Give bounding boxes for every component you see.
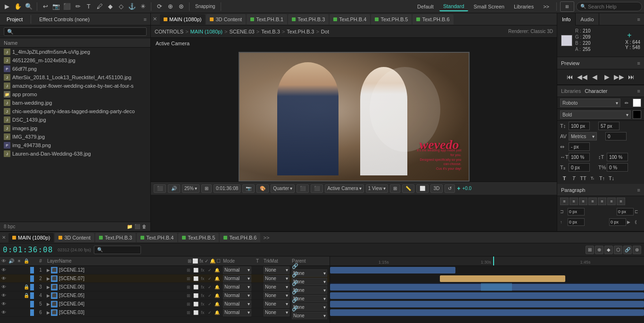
sw-2[interactable]: ⬜	[192, 267, 199, 273]
scale-v-input[interactable]	[607, 153, 628, 161]
project-search-input[interactable]	[4, 27, 147, 36]
sw-3[interactable]: fx	[199, 267, 206, 273]
layer-expand[interactable]: ▶	[45, 310, 51, 315]
sw-3[interactable]: fx	[199, 301, 206, 307]
tl-icon-5[interactable]: 🔗	[623, 246, 632, 254]
workspace-libraries[interactable]: Libraries	[510, 2, 537, 11]
panel-menu-icon[interactable]: ≡	[144, 17, 147, 22]
sw-5[interactable]: 🔔	[214, 292, 220, 299]
audio-icon[interactable]: 🔊	[8, 310, 15, 315]
file-item[interactable]: JDSC_1439.jpg	[0, 116, 150, 124]
layer-search-input[interactable]	[94, 246, 141, 254]
layer-row[interactable]: 👁 🔊 ☀ 🔒 4 ▶ ⬛ [SCENE.05] ⊞ ⬜ fx ✓ 🔔 Norm…	[0, 291, 330, 300]
comp-tab[interactable]: Text.PH.B.5	[371, 14, 412, 25]
sw-4[interactable]: ✓	[206, 292, 213, 299]
timeline-track[interactable]	[330, 274, 644, 283]
trackmat-dropdown[interactable]: None▾	[264, 292, 289, 299]
prev-frame-btn[interactable]: ◀◀	[578, 72, 587, 82]
audio-icon[interactable]: 🔊	[8, 267, 15, 273]
tl-more-btn[interactable]: ✕	[2, 235, 6, 240]
shape-tool[interactable]: ✳	[138, 1, 148, 12]
tl-icon-2[interactable]: ⊕	[595, 246, 603, 254]
sw-4[interactable]: ✓	[206, 267, 213, 273]
pen-tool[interactable]: ✏	[73, 1, 83, 12]
baseline-input[interactable]	[569, 163, 590, 172]
sw-1[interactable]: ⊞	[185, 267, 192, 273]
time-dropdown[interactable]: 0:01:36:08	[214, 184, 240, 193]
grid-btn[interactable]: ⊞	[390, 184, 400, 193]
layer-row[interactable]: 👁 🔊 ☀ 🔒 5 ▶ ⬛ [SCENE.04] ⊞ ⬜ fx ✓ 🔔 Norm…	[0, 300, 330, 308]
align-j2-btn[interactable]: ≡	[598, 198, 606, 205]
file-item[interactable]: J1_4lmJpZlLpndfm5smA-uVlg.jpeg	[0, 48, 150, 56]
file-item[interactable]: Jbarn-wedding.jpg	[0, 99, 150, 107]
sw-2[interactable]: ⬜	[192, 284, 199, 290]
workspace-small-screen[interactable]: Small Screen	[470, 2, 508, 11]
libraries-label[interactable]: Libraries	[561, 88, 581, 94]
align-j3-btn[interactable]: ≡	[607, 198, 616, 205]
font-edit-btn[interactable]: ✏	[622, 99, 631, 107]
char-menu[interactable]: ≡	[637, 88, 640, 94]
align-j1-btn[interactable]: ≡	[588, 198, 597, 205]
info-tab[interactable]: Info	[557, 13, 576, 25]
trackmat-dropdown[interactable]: None▾	[264, 275, 289, 282]
workspace-default[interactable]: Default	[413, 2, 438, 11]
tracking-input[interactable]	[605, 132, 627, 141]
play-back-btn[interactable]: ◀	[590, 72, 599, 82]
stroke-color-box[interactable]	[633, 110, 641, 119]
font-dropdown[interactable]: Roboto▾	[560, 99, 620, 107]
sw-3[interactable]: fx	[199, 309, 206, 316]
audio-icon[interactable]: 🔊	[8, 276, 15, 281]
align-right-btn[interactable]: ≡	[579, 198, 587, 205]
first-frame-btn[interactable]: ⏮	[565, 72, 575, 82]
lock-icon[interactable]: 🔒	[23, 293, 30, 298]
solo-icon[interactable]: ☀	[15, 276, 23, 281]
layer-expand[interactable]: ▶	[45, 285, 51, 290]
indent-left-input[interactable]	[568, 208, 585, 215]
kern-dropdown[interactable]: Metrics▾	[569, 132, 597, 141]
timeline-tab[interactable]: Text.PH.B.6	[220, 233, 260, 242]
delete-btn[interactable]: 🗑	[142, 224, 147, 229]
timeline-track[interactable]	[330, 300, 644, 308]
solo-icon[interactable]: ☀	[15, 301, 23, 306]
vis-icon[interactable]: 👁	[0, 267, 8, 273]
ruler-btn[interactable]: 📏	[402, 184, 414, 193]
space-after-input[interactable]	[609, 218, 626, 226]
project-tab[interactable]: Project	[4, 16, 25, 23]
style-dropdown[interactable]: Bold▾	[560, 110, 631, 119]
play-btn[interactable]: ▶	[602, 72, 611, 82]
select-tool[interactable]: ▶	[2, 1, 12, 12]
nav-item[interactable]: Text.B.3	[261, 29, 280, 34]
allcaps-btn[interactable]: TT	[579, 174, 587, 182]
sw-3[interactable]: fx	[199, 292, 206, 299]
info-menu[interactable]: ≡	[637, 17, 640, 22]
close-comp-icon[interactable]: ✕	[153, 16, 157, 22]
sw-3[interactable]: fx	[199, 275, 206, 282]
vis-icon[interactable]: 👁	[0, 276, 8, 281]
comp-tab[interactable]: Text.PH.B.4	[330, 14, 370, 25]
workspace-more[interactable]: >>	[539, 2, 553, 11]
sw-1[interactable]: ⊞	[185, 301, 192, 307]
zoom-tool[interactable]: 🔍	[24, 1, 34, 12]
align-center-btn[interactable]: ≡	[570, 198, 578, 205]
timeline-tab[interactable]: 3D Content	[55, 233, 94, 242]
tl-more-btn[interactable]: >>	[263, 235, 269, 240]
orbit-tool[interactable]: ⟳	[154, 1, 165, 12]
parent-dropdown[interactable]: None▾	[292, 312, 327, 319]
sw-1[interactable]: ⊞	[185, 309, 192, 316]
vis-icon[interactable]: 👁	[0, 310, 8, 315]
file-item[interactable]: JLauren-and-Dan-Wedding-638.jpg	[0, 149, 150, 158]
audio-icon[interactable]: 🔊	[8, 301, 15, 306]
tl-icon-1[interactable]: ⊞	[586, 246, 594, 254]
tl-icon-6[interactable]: ⊛	[633, 246, 641, 254]
lock-icon[interactable]: 🔒	[23, 301, 30, 306]
solo-icon[interactable]: ☀	[15, 284, 23, 290]
para-menu[interactable]: ≡	[637, 187, 640, 193]
smallcaps-btn[interactable]: Tₜ	[588, 174, 597, 182]
mode-dropdown[interactable]: Normal▾	[223, 283, 251, 291]
lock-icon[interactable]: 🔒	[23, 310, 30, 315]
trackmat-dropdown[interactable]: None▾	[264, 283, 289, 291]
eraser-tool[interactable]: ◇	[116, 1, 126, 12]
layer-row[interactable]: 👁 🔊 ☀ 🔒 6 ▶ ⬛ [SCENE.03] ⊞ ⬜ fx ✓ 🔔 Norm…	[0, 308, 330, 317]
nav-item[interactable]: Dot	[321, 29, 329, 34]
sw-1[interactable]: ⊞	[185, 292, 192, 299]
